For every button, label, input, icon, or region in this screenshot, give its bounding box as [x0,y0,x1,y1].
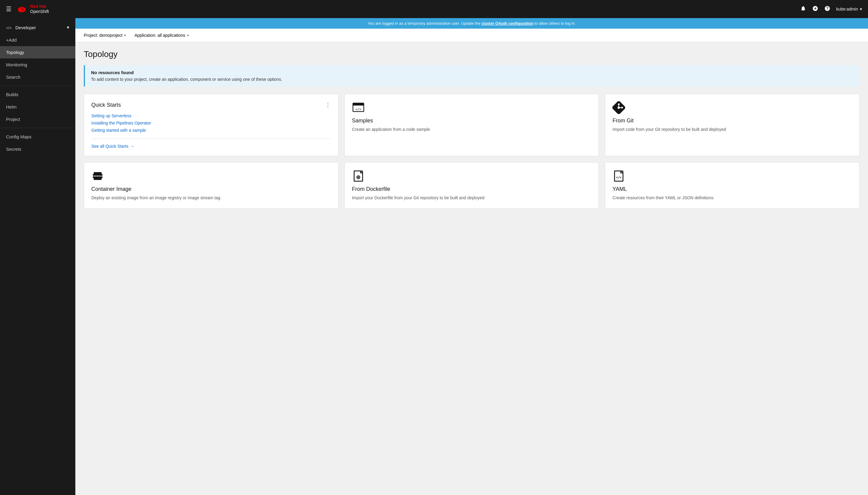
svg-rect-12 [94,172,102,174]
user-menu[interactable]: kube:admin ▾ [836,7,862,12]
sidebar-divider-2 [0,128,75,128]
svg-point-7 [621,107,623,108]
from-git-title: From Git [612,118,852,124]
quickstarts-link-serverless[interactable]: Setting up Serverless [91,113,331,118]
svg-rect-11 [93,176,103,178]
cards-grid: Quick Starts ⋮ Setting up Serverless Ins… [84,94,860,209]
samples-desc: Create an application from a code sample [352,126,592,133]
samples-title: Samples [352,118,592,124]
container-icon [91,170,331,182]
quickstarts-links: Setting up Serverless Installing the Pip… [91,113,331,133]
brand-product: OpenShift [30,9,49,14]
container-image-title: Container Image [91,186,331,192]
oauth-config-link[interactable]: cluster OAuth configuration [481,21,534,25]
git-icon [612,101,852,114]
top-navigation: ☰ Red Hat OpenShift [0,0,868,18]
notification-icon[interactable] [800,5,806,13]
yaml-card[interactable]: </> YAML Create resources from their YAM… [605,162,860,209]
sidebar-item-secrets[interactable]: Secrets [0,143,75,155]
add-icon[interactable] [812,5,818,13]
from-git-card[interactable]: From Git Import code from your Git repos… [605,94,860,156]
from-dockerfile-desc: Import your Dockerfile from your Git rep… [352,195,592,201]
svg-text:</>: </> [355,107,361,111]
user-chevron-icon: ▾ [860,7,862,12]
quickstarts-header: Quick Starts ⋮ [91,101,331,108]
project-selector[interactable]: Project: demoproject ▾ [81,32,128,39]
sidebar-item-project[interactable]: Project [0,113,75,125]
page-content: Topology No resources found To add conte… [75,42,868,495]
container-image-desc: Deploy an existing image from an image r… [91,195,331,201]
from-dockerfile-card[interactable]: From Dockerfile Import your Dockerfile f… [345,162,599,209]
see-all-quickstarts-link[interactable]: See all Quick Starts → [91,144,331,149]
page-title: Topology [84,49,860,59]
svg-rect-13 [94,178,102,180]
topnav-left: ☰ Red Hat OpenShift [6,4,49,15]
topnav-right: kube:admin ▾ [800,5,862,13]
yaml-icon: </> [612,170,852,182]
sidebar-item-helm[interactable]: Helm [0,101,75,113]
container-image-card[interactable]: Container Image Deploy an existing image… [84,162,338,209]
perspective-label: Developer [15,25,36,30]
svg-rect-2 [353,103,364,105]
info-banner: You are logged in as a temporary adminis… [75,18,868,29]
project-chevron-icon: ▾ [124,33,126,37]
code-icon: </> [6,25,12,30]
quickstarts-title: Quick Starts [91,102,121,108]
redhat-logo-icon [16,4,27,15]
dockerfile-icon [352,170,592,182]
perspective-chevron-icon: ▾ [67,25,69,30]
sidebar-item-monitoring[interactable]: Monitoring [0,58,75,71]
svg-point-6 [618,103,620,105]
hamburger-menu[interactable]: ☰ [6,5,12,13]
app-selector[interactable]: Application: all applications ▾ [132,32,191,39]
alert-title: No resources found [91,70,853,75]
sidebar-item-config-maps[interactable]: Config Maps [0,131,75,143]
help-icon[interactable] [824,5,830,13]
yaml-title: YAML [612,186,852,192]
app-chevron-icon: ▾ [187,33,189,37]
samples-card[interactable]: </> Samples Create an application from a… [345,94,599,156]
sidebar-item-search[interactable]: Search [0,71,75,83]
no-resources-alert: No resources found To add content to you… [84,65,860,86]
quickstarts-link-sample[interactable]: Getting started with a sample [91,128,331,133]
from-dockerfile-title: From Dockerfile [352,186,592,192]
perspective-switcher[interactable]: </> Developer ▾ [0,21,75,34]
content-area: You are logged in as a temporary adminis… [75,18,868,495]
sidebar-divider-1 [0,86,75,86]
user-label: kube:admin [836,7,858,12]
perspective-left: </> Developer [6,25,36,30]
see-all-label: See all Quick Starts [91,144,128,149]
sidebar-item-topology[interactable]: Topology [0,46,75,58]
app-label: Application: all applications [135,33,185,38]
quickstarts-menu-icon[interactable]: ⋮ [325,101,331,108]
samples-icon: </> [352,101,592,114]
arrow-right-icon: → [130,144,135,149]
info-banner-text-before: You are logged in as a temporary adminis… [368,21,481,25]
svg-point-5 [618,106,620,109]
svg-text:</>: </> [616,176,622,179]
sidebar-item-builds[interactable]: Builds [0,88,75,101]
quickstarts-card[interactable]: Quick Starts ⋮ Setting up Serverless Ins… [84,94,338,156]
info-banner-text-after: to allow others to log in. [535,21,576,25]
yaml-desc: Create resources from their YAML or JSON… [612,195,852,201]
brand-text: Red Hat OpenShift [30,4,49,14]
svg-rect-10 [93,174,103,176]
page-toolbar: Project: demoproject ▾ Application: all … [75,29,868,42]
quickstarts-divider [91,139,331,139]
from-git-desc: Import code from your Git repository to … [612,126,852,133]
brand-name: Red Hat [30,4,49,9]
brand-logo-area: Red Hat OpenShift [16,4,49,15]
sidebar-item-add[interactable]: +Add [0,34,75,46]
quickstarts-link-pipelines[interactable]: Installing the Pipelines Operator [91,121,331,125]
project-label: Project: demoproject [84,33,122,38]
sidebar: </> Developer ▾ +Add Topology Monitoring… [0,18,75,495]
main-layout: </> Developer ▾ +Add Topology Monitoring… [0,18,868,495]
alert-body: To add content to your project, create a… [91,77,853,82]
